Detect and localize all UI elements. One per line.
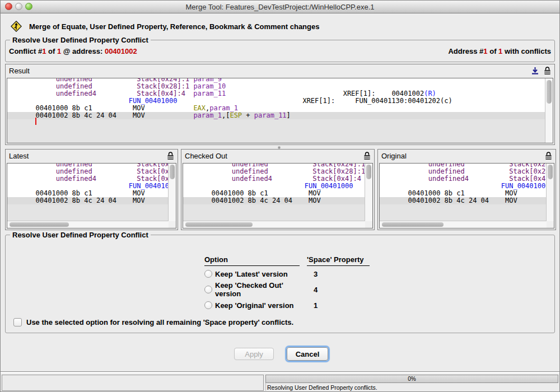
use-for-all-checkbox[interactable] (13, 318, 22, 326)
radio-keep-original[interactable] (204, 301, 212, 309)
cancel-button[interactable]: Cancel (287, 347, 328, 361)
options-group-title: Resolve User Defined Property Conflict (10, 231, 151, 239)
radio-keep-latest[interactable] (204, 270, 212, 278)
checked-out-panel: Checked Out undefined Stack[0x24]:1 para… (181, 149, 375, 230)
option-row-original[interactable]: Keep 'Original' version 1 (204, 297, 378, 313)
merge-sign-icon (11, 21, 22, 32)
minimize-button[interactable] (15, 3, 22, 10)
listing-line: 00401002 8b 4c 24 04 MOV param_1,[ESP + … (7, 197, 169, 204)
original-listing[interactable]: undefined Stack[0x24]:1 param_9 undefine… (379, 163, 554, 228)
listing-line: 00401002 8b 4c 24 04 MOV param_1,[ESP + … (7, 112, 545, 119)
original-vertical-scrollbar[interactable] (546, 164, 554, 221)
lock-icon[interactable] (363, 152, 371, 160)
down-arrow-icon[interactable] (531, 67, 539, 75)
result-vertical-scrollbar[interactable] (545, 78, 553, 143)
result-panel-title: Result (9, 67, 531, 75)
zoom-button[interactable] (25, 3, 32, 10)
merge-tool-window: Merge Tool: Features_DevTestProject:/Win… (0, 0, 560, 392)
lock-icon[interactable] (167, 152, 174, 160)
resolve-options-group: Resolve User Defined Property Conflict O… (5, 235, 555, 333)
property-column-header: 'Space' Property (307, 255, 370, 266)
latest-vertical-scrollbar[interactable] (168, 164, 176, 221)
checked-out-property-value: 4 (314, 286, 318, 294)
checked-out-listing[interactable]: undefined Stack[0x24]:1 param_9 undefine… (183, 163, 373, 228)
use-for-all-row[interactable]: Use the selected option for resolving al… (13, 318, 293, 326)
option-row-checked-out[interactable]: Keep 'Checked Out' version 4 (204, 282, 378, 297)
result-listing[interactable]: undefined Stack[0x24]:1 param_9 undefine… (7, 78, 553, 143)
original-property-value: 1 (314, 301, 318, 310)
original-horizontal-scrollbar[interactable] (380, 221, 547, 228)
listing-line: 00401002 8b 4c 24 04 MOV param_1,[ESP + … (380, 197, 547, 204)
option-row-latest[interactable]: Keep 'Latest' version 3 (204, 266, 378, 282)
option-column-header: Option (204, 255, 300, 266)
latest-panel: Latest undefined Stack[0x24]:1 param_9 u… (5, 149, 178, 230)
radio-keep-checked-out[interactable] (204, 286, 212, 293)
checked-out-vertical-scrollbar[interactable] (365, 164, 372, 221)
conflict-info-group: Resolve User Defined Property Conflict C… (5, 40, 555, 62)
latest-panel-title: Latest (9, 152, 167, 160)
latest-listing[interactable]: undefined Stack[0x24]:1 param_9 undefine… (7, 163, 176, 228)
latest-property-value: 3 (314, 270, 318, 278)
conflict-group-title: Resolve User Defined Property Conflict (10, 36, 151, 44)
original-panel: Original undefined Stack[0x24]:1 param_9… (377, 149, 556, 230)
progress-message: Resolving User Defined Property conflict… (265, 383, 558, 391)
checked-out-horizontal-scrollbar[interactable] (183, 221, 365, 228)
merge-message-row: Merge of Equate, User Defined Property, … (11, 21, 319, 32)
address-counter: Address #1 of 1 with conflicts (448, 47, 551, 55)
result-panel: Result (5, 64, 555, 145)
conflict-counter: Conflict #1 of 1 @ address: 00401002 (9, 47, 137, 55)
lock-icon[interactable] (544, 67, 551, 75)
progress-area: 0% Resolving User Defined Property confl… (265, 375, 558, 391)
listing-line: 00401002 8b 4c 24 04 MOV param_1,[ESP + … (183, 197, 365, 204)
lock-icon[interactable] (545, 152, 552, 160)
checked-out-panel-title: Checked Out (185, 152, 363, 160)
progress-bar: 0% (265, 375, 558, 383)
title-bar[interactable]: Merge Tool: Features_DevTestProject:/Win… (1, 1, 559, 13)
progress-percent: 0% (408, 376, 416, 382)
close-button[interactable] (5, 3, 12, 10)
original-panel-title: Original (381, 152, 545, 160)
window-title: Merge Tool: Features_DevTestProject:/Win… (186, 3, 375, 11)
merge-message: Merge of Equate, User Defined Property, … (29, 22, 319, 31)
status-separator (1, 371, 559, 374)
options-table: Option 'Space' Property Keep 'Latest' ve… (204, 255, 378, 313)
status-message-area (2, 375, 264, 391)
use-for-all-label: Use the selected option for resolving al… (26, 318, 293, 326)
apply-button[interactable]: Apply (234, 348, 274, 360)
latest-horizontal-scrollbar[interactable] (7, 221, 169, 228)
